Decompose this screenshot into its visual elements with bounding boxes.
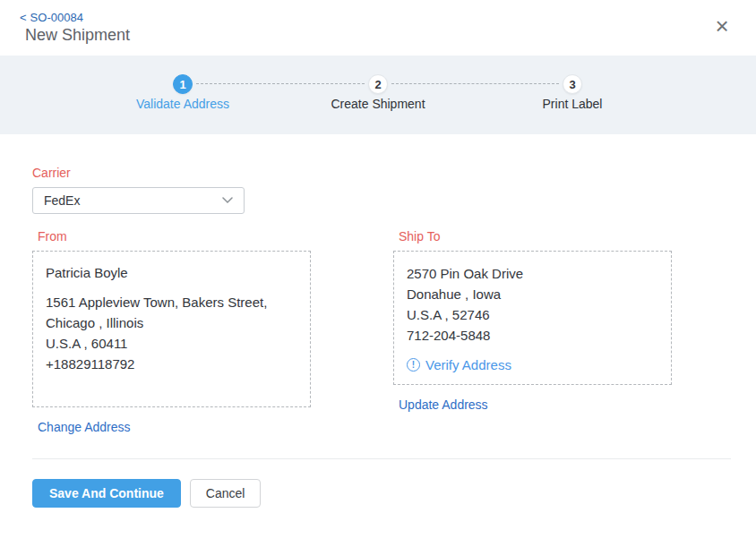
ship-to-phone: 712-204-5848	[407, 325, 658, 346]
step-2-label-create-shipment: Create Shipment	[306, 97, 450, 111]
chevron-down-icon	[222, 197, 233, 204]
step-1-label-validate-address: Validate Address	[111, 97, 254, 111]
from-phone: +18829118792	[46, 354, 297, 374]
back-chevron-icon: <	[20, 11, 27, 24]
ship-to-address-line: 2570 Pin Oak Drive	[407, 263, 658, 284]
close-icon[interactable]: ×	[709, 14, 735, 39]
ship-to-label: Ship To	[393, 229, 672, 244]
step-1-circle: 1	[173, 74, 193, 94]
from-address-box: Patricia Boyle 1561 Appleview Town, Bake…	[32, 251, 311, 407]
ship-to-address-line: Donahue , Iowa	[407, 284, 658, 304]
back-link-label: SO-00084	[30, 11, 83, 24]
step-connector	[391, 83, 559, 84]
ship-to-section: Ship To 2570 Pin Oak Drive Donahue , Iow…	[393, 229, 672, 435]
dialog-header: < SO-00084 New Shipment ×	[0, 0, 756, 56]
from-address-line: Chicago , Illinois	[46, 312, 297, 333]
from-name: Patricia Boyle	[46, 263, 297, 283]
change-address-link[interactable]: Change Address	[32, 420, 131, 434]
dialog-body: Carrier FedEx From Patricia Boyle 1561 A…	[0, 166, 756, 459]
save-and-continue-button[interactable]: Save And Continue	[32, 479, 181, 508]
from-address-line: 1561 Appleview Town, Bakers Street,	[46, 292, 297, 312]
update-address-link[interactable]: Update Address	[393, 397, 488, 412]
shipment-stepper: 1 2 3 Validate Address Create Shipment P…	[0, 56, 756, 134]
carrier-select[interactable]: FedEx	[32, 187, 245, 214]
address-columns: From Patricia Boyle 1561 Appleview Town,…	[32, 229, 731, 435]
carrier-label: Carrier	[32, 166, 731, 180]
carrier-selected-value: FedEx	[44, 193, 80, 208]
step-3-label-print-label: Print Label	[501, 97, 644, 111]
from-section: From Patricia Boyle 1561 Appleview Town,…	[32, 229, 311, 435]
ship-to-address-box: 2570 Pin Oak Drive Donahue , Iowa U.S.A …	[393, 251, 672, 385]
step-2-circle: 2	[368, 74, 388, 94]
alert-circle-icon: !	[407, 358, 420, 372]
from-address-line: U.S.A , 60411	[46, 333, 297, 354]
step-3-circle: 3	[563, 74, 582, 94]
back-link-so-00084[interactable]: < SO-00084	[20, 11, 83, 24]
page-title: New Shipment	[25, 26, 130, 45]
verify-address-link[interactable]: ! Verify Address	[407, 357, 511, 372]
dialog-footer: Save And Continue Cancel	[0, 459, 756, 508]
cancel-button[interactable]: Cancel	[190, 479, 262, 508]
from-label: From	[32, 229, 311, 244]
ship-to-address-line: U.S.A , 52746	[407, 304, 658, 325]
verify-address-label: Verify Address	[425, 357, 511, 372]
step-connector	[196, 83, 365, 84]
